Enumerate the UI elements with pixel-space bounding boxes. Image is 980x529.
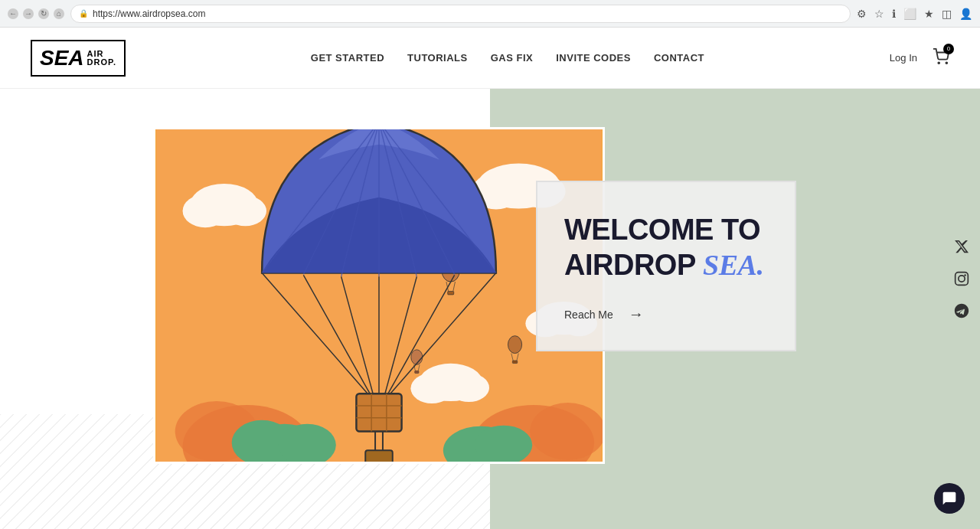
welcome-line1: WELCOME TO — [564, 213, 768, 248]
welcome-card: WELCOME TO AIRDROP SEA. Reach Me → — [536, 181, 796, 351]
reach-me-row[interactable]: Reach Me → — [564, 305, 768, 323]
reach-me-text: Reach Me — [564, 309, 613, 321]
logo-air: AIR — [87, 50, 116, 58]
logo-sea-text: SEA — [40, 46, 84, 70]
welcome-title-block: WELCOME TO AIRDROP SEA. — [564, 213, 768, 282]
refresh-info-icon[interactable]: ℹ — [892, 8, 896, 20]
svg-point-70 — [964, 274, 966, 276]
chat-button[interactable] — [934, 483, 965, 514]
nav-right: Log In 0 — [890, 48, 949, 68]
svg-point-15 — [410, 374, 452, 403]
collections-icon[interactable]: ◫ — [942, 8, 952, 20]
svg-point-16 — [449, 374, 489, 402]
svg-rect-41 — [415, 371, 419, 374]
nav-invite-codes[interactable]: INVITE CODES — [556, 52, 631, 64]
nav-tutorials[interactable]: TUTORIALS — [407, 52, 468, 64]
cart-badge: 0 — [943, 44, 954, 54]
logo-drop: DROP. — [87, 58, 116, 67]
svg-point-6 — [183, 194, 228, 227]
browser-controls: ← → ↻ ⌂ — [8, 8, 64, 19]
address-bar[interactable]: 🔒 https://www.airdropsea.com — [70, 5, 851, 23]
browser-chrome: ← → ↻ ⌂ 🔒 https://www.airdropsea.com ⚙ ☆… — [0, 0, 980, 28]
navbar: SEA AIR DROP. GET STARTED TUTORIALS GAS … — [0, 28, 980, 89]
nav-get-started[interactable]: GET STARTED — [311, 52, 384, 64]
svg-point-20 — [530, 403, 603, 460]
svg-point-0 — [938, 62, 939, 64]
svg-rect-60 — [356, 393, 401, 431]
back-button[interactable]: ← — [8, 8, 18, 19]
nav-contact[interactable]: CONTACT — [654, 52, 704, 64]
logo[interactable]: SEA AIR DROP. — [31, 40, 126, 77]
url-text: https://www.airdropsea.com — [93, 8, 205, 19]
svg-rect-33 — [448, 291, 454, 294]
svg-rect-37 — [512, 361, 517, 364]
svg-rect-68 — [956, 272, 969, 285]
svg-point-38 — [411, 350, 423, 364]
social-icons — [951, 236, 972, 322]
favorites-icon[interactable]: ★ — [924, 8, 934, 20]
page-wrapper: SEA AIR DROP. GET STARTED TUTORIALS GAS … — [0, 28, 980, 529]
svg-rect-67 — [365, 450, 393, 462]
svg-point-34 — [508, 336, 521, 354]
cart-icon-wrap[interactable]: 0 — [933, 48, 949, 68]
tab-icon[interactable]: ⬜ — [903, 8, 916, 20]
extensions-icon[interactable]: ⚙ — [857, 8, 867, 20]
reach-me-arrow: → — [629, 305, 644, 323]
welcome-sea: SEA. — [703, 249, 763, 281]
svg-point-1 — [946, 62, 947, 64]
instagram-icon[interactable] — [951, 268, 972, 289]
browser-toolbar-icons: ⚙ ☆ ℹ ⬜ ★ ◫ 👤 — [857, 8, 972, 20]
svg-point-7 — [224, 196, 266, 226]
refresh-button[interactable]: ↻ — [38, 8, 49, 19]
home-button[interactable]: ⌂ — [54, 8, 64, 19]
svg-point-69 — [959, 275, 965, 281]
profile-icon[interactable]: 👤 — [959, 8, 972, 20]
x-twitter-icon[interactable] — [951, 236, 972, 257]
welcome-line2: AIRDROP SEA. — [564, 248, 768, 283]
logo-airdrop-text: AIR DROP. — [87, 50, 116, 67]
nav-links: GET STARTED TUTORIALS GAS FIX INVITE COD… — [311, 52, 704, 64]
login-link[interactable]: Log In — [890, 52, 917, 64]
bookmark-icon[interactable]: ☆ — [874, 8, 884, 20]
lock-icon: 🔒 — [79, 9, 88, 18]
nav-gas-fix[interactable]: GAS FIX — [491, 52, 534, 64]
telegram-icon[interactable] — [951, 300, 972, 322]
forward-button[interactable]: → — [23, 8, 34, 19]
